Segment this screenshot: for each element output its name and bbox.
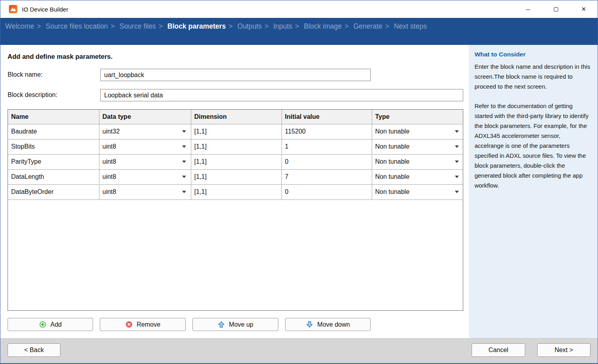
breadcrumb-separator: > (345, 22, 349, 30)
chevron-down-icon (455, 191, 459, 193)
cell-initial-value[interactable]: 1 (282, 139, 372, 154)
breadcrumb-item-next-steps[interactable]: Next steps (394, 22, 427, 30)
cell-type-dropdown[interactable]: Non tunable (372, 169, 463, 184)
cell-dimension[interactable]: [1,1] (191, 169, 282, 184)
cell-type-dropdown[interactable]: Non tunable (372, 154, 463, 169)
breadcrumb-separator: > (264, 22, 268, 30)
chevron-down-icon (182, 176, 186, 178)
add-icon (39, 321, 47, 328)
back-button[interactable]: < Back (8, 343, 60, 357)
cell-name[interactable]: StopBits (8, 139, 99, 154)
cell-type-value: Non tunable (375, 128, 410, 135)
matlab-icon (9, 5, 17, 14)
block-name-field[interactable] (100, 69, 371, 81)
cell-type-dropdown[interactable]: Non tunable (372, 184, 463, 199)
cell-initial-value[interactable]: 0 (282, 184, 372, 199)
parameters-table-container: Name Data type Dimension Initial value T… (8, 109, 463, 311)
cell-name[interactable]: Baudrate (8, 124, 99, 139)
cell-dimension[interactable]: [1,1] (191, 154, 282, 169)
breadcrumb-item-block-image[interactable]: Block image (304, 22, 342, 30)
block-description-label: Block description: (8, 91, 57, 99)
footer-bar: < Back Cancel Next > (0, 338, 598, 363)
arrow-down-icon (306, 321, 313, 328)
help-paragraph: Refer to the documentation of getting st… (474, 101, 590, 190)
chevron-down-icon (455, 130, 459, 133)
cell-data-type-dropdown[interactable]: uint8 (99, 184, 191, 199)
table-row: ParityType uint8 [1,1] 0 Non tunable (8, 154, 463, 169)
chevron-down-icon (182, 130, 186, 133)
cell-dimension[interactable]: [1,1] (191, 139, 282, 154)
column-header-data-type: Data type (99, 110, 191, 124)
help-panel: What to Consider Enter the block name an… (469, 45, 598, 338)
cell-initial-value[interactable]: 7 (282, 169, 372, 184)
add-button-label: Add (50, 321, 62, 328)
cancel-button[interactable]: Cancel (472, 343, 525, 357)
remove-button[interactable]: Remove (100, 318, 186, 331)
close-icon: ✕ (581, 6, 586, 13)
column-header-type: Type (372, 110, 463, 124)
cell-type-dropdown[interactable]: Non tunable (372, 139, 463, 154)
cell-type-value: Non tunable (375, 143, 410, 150)
content-area: Add and define mask parameters. Block na… (0, 45, 598, 338)
next-button[interactable]: Next > (537, 343, 590, 357)
move-down-button[interactable]: Move down (285, 318, 371, 331)
breadcrumb-item-outputs[interactable]: Outputs (237, 22, 262, 30)
cell-type-dropdown[interactable]: Non tunable (372, 124, 463, 139)
chevron-down-icon (455, 145, 459, 148)
chevron-down-icon (182, 161, 186, 163)
chevron-down-icon (455, 161, 459, 163)
table-row: DataLength uint8 [1,1] 7 Non tunable (8, 169, 463, 184)
move-down-button-label: Move down (317, 321, 350, 328)
breadcrumb-separator: > (159, 22, 163, 30)
help-panel-title: What to Consider (474, 51, 590, 58)
block-description-field[interactable] (100, 89, 463, 101)
app-window: IO Device Builder ─ ✕ Welcome> Source fi… (0, 0, 598, 364)
breadcrumb-item-generate[interactable]: Generate (353, 22, 382, 30)
remove-button-label: Remove (137, 321, 161, 328)
close-button[interactable]: ✕ (570, 0, 598, 18)
cell-initial-value[interactable]: 0 (282, 154, 372, 169)
cell-data-type-value: uint8 (103, 188, 116, 195)
maximize-button[interactable] (542, 0, 570, 18)
cell-type-value: Non tunable (375, 188, 410, 195)
main-panel: Add and define mask parameters. Block na… (0, 45, 469, 338)
cell-name[interactable]: DataLength (8, 169, 99, 184)
cell-data-type-value: uint8 (103, 173, 116, 180)
chevron-down-icon (182, 191, 186, 193)
block-name-label: Block name: (8, 71, 43, 78)
table-row: Baudrate uint32 [1,1] 115200 Non tunable (8, 124, 463, 139)
move-up-button[interactable]: Move up (192, 318, 278, 331)
cell-data-type-dropdown[interactable]: uint32 (99, 124, 191, 139)
cell-data-type-value: uint8 (103, 143, 116, 150)
breadcrumb-item-source-files[interactable]: Source files (119, 22, 155, 30)
cell-dimension[interactable]: [1,1] (191, 184, 282, 199)
breadcrumb-separator: > (37, 22, 41, 30)
breadcrumb-separator: > (111, 22, 115, 30)
breadcrumb-item-inputs[interactable]: Inputs (273, 22, 292, 30)
move-up-button-label: Move up (229, 321, 253, 328)
breadcrumb-separator: > (385, 22, 389, 30)
cell-name[interactable]: DataByteOrder (8, 184, 99, 199)
breadcrumb-item-welcome[interactable]: Welcome (5, 22, 34, 30)
title-bar: IO Device Builder ─ ✕ (0, 0, 598, 18)
cell-dimension[interactable]: [1,1] (191, 124, 282, 139)
window-controls: ─ ✕ (514, 0, 598, 18)
table-row: StopBits uint8 [1,1] 1 Non tunable (8, 139, 463, 154)
cell-data-type-dropdown[interactable]: uint8 (99, 154, 191, 169)
cell-name[interactable]: ParityType (8, 154, 99, 169)
breadcrumb-item-block-parameters[interactable]: Block parameters (167, 22, 226, 30)
cell-data-type-value: uint32 (103, 128, 120, 135)
maximize-icon (554, 7, 558, 12)
add-button[interactable]: Add (8, 318, 93, 331)
minimize-button[interactable]: ─ (514, 0, 542, 18)
table-row: DataByteOrder uint8 [1,1] 0 Non tunable (8, 184, 463, 199)
minimize-icon: ─ (526, 6, 530, 13)
cell-type-value: Non tunable (375, 173, 410, 180)
column-header-initial-value: Initial value (282, 110, 372, 124)
help-paragraph: Enter the block name and description in … (474, 62, 590, 91)
breadcrumb-item-source-files-location[interactable]: Source files location (46, 22, 108, 30)
cell-data-type-dropdown[interactable]: uint8 (99, 169, 191, 184)
column-header-dimension: Dimension (191, 110, 282, 124)
cell-data-type-dropdown[interactable]: uint8 (99, 139, 191, 154)
cell-initial-value[interactable]: 115200 (282, 124, 372, 139)
